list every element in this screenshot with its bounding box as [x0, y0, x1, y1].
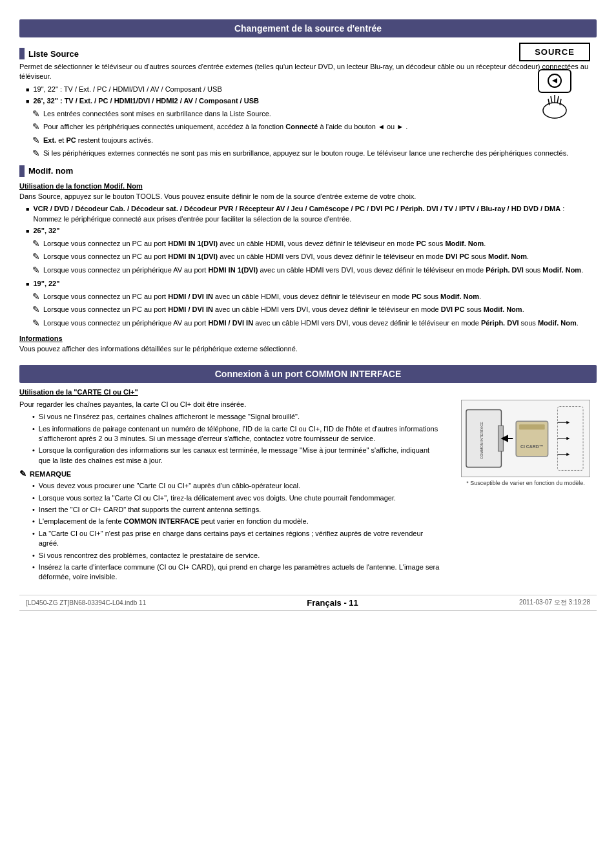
note-19-2: ✎ Lorsque vous connectez un PC au port H… [32, 305, 590, 316]
informations-title: Informations [19, 335, 590, 342]
ci-utilisation-title: Utilisation de la "CARTE CI ou CI+" [19, 388, 597, 396]
svg-point-3 [543, 103, 566, 118]
ci-bullet-1: Si vous ne l'insérez pas, certaines chaî… [32, 412, 442, 422]
modif-bullets: VCR / DVD / Décodeur Cab. / Décodeur sat… [26, 204, 590, 236]
utilisation-title: Utilisation de la fonction Modif. Nom [19, 182, 590, 190]
modif-bullet-26: 26", 32" [26, 226, 590, 236]
note-icon-26-1: ✎ [32, 238, 40, 251]
note-19-1: ✎ Lorsque vous connectez un PC au port H… [32, 292, 590, 304]
svg-marker-2 [552, 78, 557, 83]
source-label: SOURCE [519, 43, 590, 61]
remarque-bullet-5: La "Carte CI ou CI+" n'est pas prise en … [32, 529, 442, 549]
note-3: ✎ Ext. et PC restent toujours activés. [32, 136, 590, 147]
ci-intro: Pour regarder les chaînes payantes, la c… [19, 400, 442, 409]
svg-rect-11 [498, 426, 503, 451]
section-changement-header: Changement de la source d'entrée [19, 19, 597, 37]
note-26-2: ✎ Lorsque vous connectez un PC au port H… [32, 252, 590, 263]
note-icon-2: ✎ [32, 121, 40, 134]
section-ci: Connexion à un port COMMON INTERFACE Uti… [19, 365, 597, 585]
note-icon-4: ✎ [32, 147, 40, 160]
footer-bar: [LD450-ZG ZT]BN68-03394C-L04.indb 11 Fra… [19, 595, 597, 611]
svg-rect-15 [519, 424, 545, 429]
ci-right: COMMON INTERFACE CI CARD [455, 400, 597, 585]
ci-bullet-3: Lorsque la configuration des information… [32, 446, 442, 466]
source-image-area: SOURCE [519, 43, 590, 126]
modif-nom-block: Modif. nom Utilisation de la fonction Mo… [19, 165, 590, 355]
remarque-bullet-1: Vous devez vous procurer une "Carte CI o… [32, 481, 442, 491]
utilisation-text: Dans Source, appuyez sur le bouton TOOLS… [19, 192, 590, 201]
note-icon-26-2: ✎ [32, 251, 40, 263]
bullet-26-32: 26', 32" : TV / Ext. / PC / HDMI1/DVI / … [26, 96, 590, 106]
footer-right: 2011-03-07 오전 3:19:28 [519, 598, 590, 607]
section-ci-header: Connexion à un port COMMON INTERFACE [19, 365, 597, 383]
modif-nom-title: Modif. nom [19, 165, 590, 177]
footer-left: [LD450-ZG ZT]BN68-03394C-L04.indb 11 [26, 599, 146, 606]
liste-source-title: Liste Source [19, 48, 590, 59]
bullet-19-list: 19", 22" [26, 279, 590, 289]
note-26-3: ✎ Lorsque vous connectez un périphérique… [32, 265, 590, 277]
svg-line-8 [557, 96, 559, 103]
remarque-bullet-2: Lorsque vous sortez la "Carte CI ou CI+"… [32, 493, 442, 503]
remarque-bullet-7: Insérez la carte d'interface commune (CI… [32, 562, 442, 582]
svg-text:COMMON INTERFACE: COMMON INTERFACE [480, 422, 484, 459]
note-1: ✎ Les entrées connectées sont mises en s… [32, 109, 590, 121]
liste-source-block: Liste Source Permet de sélectionner le t… [19, 48, 590, 160]
ci-image-box: COMMON INTERFACE CI CARD [461, 400, 590, 477]
remarque-bullet-4: L'emplacement de la fente COMMON INTERFA… [32, 517, 442, 526]
bullet-19-22: 19", 22" : TV / Ext. / PC / HDMI/DVI / A… [26, 85, 590, 94]
liste-source-intro: Permet de sélectionner le téléviseur ou … [19, 62, 590, 82]
remarque-bullet-6: Si vous rencontrez des problèmes, contac… [32, 551, 442, 561]
page: Changement de la source d'entrée Liste S… [19, 19, 597, 611]
source-button-icon [529, 67, 580, 125]
section-changement: Changement de la source d'entrée Liste S… [19, 19, 597, 358]
ci-bullet-2: Les informations de pairage contenant un… [32, 424, 442, 444]
note-icon-19-2: ✎ [32, 304, 40, 316]
ci-bullets: Si vous ne l'insérez pas, certaines chaî… [32, 412, 442, 466]
remarque-title: REMARQUE [19, 469, 442, 479]
footer-center: Français - 11 [307, 598, 358, 608]
ci-diagram-icon: COMMON INTERFACE CI CARD [465, 403, 586, 474]
ci-left: Pour regarder les chaînes payantes, la c… [19, 400, 442, 585]
note-19-3: ✎ Lorsque vous connectez un périphérique… [32, 318, 590, 330]
note-4: ✎ Si les périphériques externes connecté… [32, 149, 590, 160]
svg-line-7 [551, 96, 552, 103]
note-icon-19-1: ✎ [32, 291, 40, 304]
note-icon-1: ✎ [32, 108, 40, 121]
ci-image-note: * Susceptible de varier en fonction du m… [466, 480, 585, 486]
liste-source-bullets: 19", 22" : TV / Ext. / PC / HDMI/DVI / A… [26, 85, 590, 107]
informations-text: Vous pouvez afficher des informations dé… [19, 344, 590, 354]
modif-bullet-19: 19", 22" [26, 279, 590, 289]
svg-text:CI CARD™: CI CARD™ [520, 444, 544, 449]
ci-content: Pour regarder les chaînes payantes, la c… [19, 400, 597, 585]
svg-rect-9 [466, 409, 501, 467]
remarque-bullet-3: Insert the "CI or CI+ CARD" that support… [32, 505, 442, 515]
note-icon-19-3: ✎ [32, 317, 40, 330]
note-2: ✎ Pour afficher les périphériques connec… [32, 122, 590, 134]
note-icon-3: ✎ [32, 134, 40, 147]
modif-bullet-1: VCR / DVD / Décodeur Cab. / Décodeur sat… [26, 204, 590, 224]
note-icon-26-3: ✎ [32, 264, 40, 277]
remarque-bullets: Vous devez vous procurer une "Carte CI o… [32, 481, 442, 582]
note-26-1: ✎ Lorsque vous connectez un PC au port H… [32, 239, 590, 251]
